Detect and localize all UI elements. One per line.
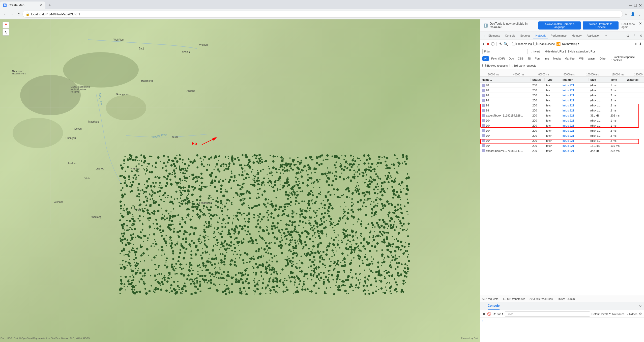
filter-ws-button[interactable]: WS <box>577 56 586 61</box>
third-party-label[interactable]: 3rd-party requests <box>510 64 536 67</box>
console-menu-icon[interactable]: ⋮ <box>482 304 486 308</box>
td-initiator[interactable]: init.js:221 <box>561 114 589 117</box>
table-row[interactable]: 104200fetchinit.js:221(disk c...2 ms <box>480 128 644 133</box>
td-initiator[interactable]: init.js:221 <box>561 99 589 102</box>
network-table[interactable]: Name▲ Status Type Initiator Size Time Wa… <box>480 77 644 296</box>
td-initiator[interactable]: init.js:221 <box>561 149 589 152</box>
th-status[interactable]: Status <box>531 78 545 81</box>
filter-input[interactable] <box>482 49 528 54</box>
map-tool-cursor[interactable]: ↖ <box>3 29 9 36</box>
filter-doc-button[interactable]: Doc <box>507 56 516 61</box>
tab-network[interactable]: Network <box>533 33 548 39</box>
console-close-button[interactable]: ✕ <box>639 304 642 308</box>
td-initiator[interactable]: init.js:221 <box>561 109 589 112</box>
console-prompt-icon[interactable]: › <box>482 319 484 323</box>
tab-close-button[interactable]: ✕ <box>39 3 42 7</box>
td-initiator[interactable]: init.js:221 <box>561 119 589 122</box>
filter-icon[interactable]: ⚗ <box>499 42 502 46</box>
map-tool-pin[interactable]: 📍 <box>3 22 9 28</box>
table-row[interactable]: 98200fetchinit.js:221(disk c...2 ms <box>480 108 644 113</box>
forward-button[interactable]: → <box>9 11 15 17</box>
devtools-close-button[interactable]: ✕ <box>638 32 644 39</box>
filter-all-button[interactable]: All <box>482 56 489 61</box>
devtools-settings-button[interactable]: ⚙ <box>625 33 631 39</box>
download-icon[interactable]: ⬇ <box>639 42 642 46</box>
console-tab-title[interactable]: Console <box>488 302 500 310</box>
table-row[interactable]: export?bbox=11076582.141...200fetchinit.… <box>480 148 644 153</box>
preserve-log-label[interactable]: Preserve log <box>512 42 532 45</box>
td-initiator[interactable]: init.js:221 <box>561 84 589 87</box>
preserve-log-checkbox[interactable] <box>512 42 515 45</box>
console-clear-icon[interactable]: 🚫 <box>487 312 491 316</box>
console-filter-input[interactable] <box>505 311 590 317</box>
invert-checkbox[interactable] <box>529 50 532 53</box>
table-row[interactable]: 98200fetchinit.js:221(disk c...2 ms <box>480 98 644 103</box>
blocked-requests-label[interactable]: Blocked requests <box>482 64 508 67</box>
table-row[interactable]: 98200fetchinit.js:221(disk c...2 ms <box>480 93 644 98</box>
blocked-requests-checkbox[interactable] <box>482 64 486 67</box>
url-box[interactable]: 🔒 localhost:44344/HtmlPage03.html <box>22 11 623 18</box>
tab-memory[interactable]: Memory <box>569 33 584 39</box>
filter-css-button[interactable]: CSS <box>516 56 525 61</box>
hide-data-urls-label[interactable]: Hide data URLs <box>541 50 565 53</box>
notification-close-button[interactable]: ✕ <box>639 21 642 25</box>
tab-application[interactable]: Application <box>584 33 603 39</box>
stop-record-icon[interactable]: ⏺ <box>486 42 489 46</box>
th-name[interactable]: Name▲ <box>480 78 531 81</box>
map-area[interactable]: 📍 ↖ Wei River Baoji Weinan Xi'an ● Hanzh… <box>0 19 480 342</box>
th-time[interactable]: Time <box>609 78 625 81</box>
blocked-response-cookies-label[interactable]: Blocked response cookies <box>609 55 642 62</box>
table-row[interactable]: 104200fetchinit.js:22113.1 kB139 ms <box>480 143 644 148</box>
profile-icon[interactable]: 👤 <box>630 12 635 17</box>
devtools-more-button[interactable]: ⋮ <box>631 33 638 39</box>
console-eye-icon[interactable]: 👁 <box>493 312 496 316</box>
throttle-selector[interactable]: No throttling ▾ <box>562 42 579 45</box>
td-initiator[interactable]: init.js:221 <box>561 139 589 142</box>
browser-tab-active[interactable]: Create Map ✕ <box>0 2 45 9</box>
td-initiator[interactable]: init.js:221 <box>561 94 589 97</box>
third-party-checkbox[interactable] <box>510 64 513 67</box>
table-row[interactable]: 98200fetchinit.js:221(disk c...1 ms <box>480 83 644 88</box>
console-settings-icon[interactable]: ⚙ <box>639 312 642 316</box>
console-record-icon[interactable]: ⏺ <box>482 312 486 316</box>
td-initiator[interactable]: init.js:221 <box>561 124 589 127</box>
search-icon[interactable]: 🔍 <box>504 42 508 46</box>
filter-media-button[interactable]: Media <box>551 56 562 61</box>
dont-show-again-button[interactable]: Don't show again <box>622 22 641 28</box>
clear-icon[interactable] <box>491 42 494 46</box>
tab-elements[interactable]: Elements <box>486 33 503 39</box>
filter-manifest-button[interactable]: Manifest <box>563 56 577 61</box>
td-initiator[interactable]: init.js:221 <box>561 89 589 92</box>
menu-icon[interactable]: ⋮ <box>637 12 642 17</box>
reload-button[interactable]: ↻ <box>16 11 21 18</box>
filter-other-button[interactable]: Other <box>598 56 608 61</box>
th-type[interactable]: Type <box>545 78 561 81</box>
tab-sources[interactable]: Sources <box>518 33 533 39</box>
table-row[interactable]: 104200fetchinit.js:221(disk c...1 ms <box>480 118 644 123</box>
filter-wasm-button[interactable]: Wasm <box>586 56 597 61</box>
hide-data-urls-checkbox[interactable] <box>541 50 544 53</box>
console-levels-selector[interactable]: Default levels ▾ <box>592 312 611 316</box>
filter-img-button[interactable]: Img <box>543 56 551 61</box>
devtools-dock-icon[interactable]: ⊟ <box>480 33 486 39</box>
tab-more[interactable]: » <box>603 33 609 39</box>
bookmark-icon[interactable]: ☆ <box>624 12 628 17</box>
table-row[interactable]: 98200fetchinit.js:221(disk c...2 ms <box>480 103 644 108</box>
close-icon[interactable]: ✕ <box>639 3 642 8</box>
table-row[interactable]: 98200fetchinit.js:221(disk c...2 ms <box>480 88 644 93</box>
table-row[interactable]: 104200fetchinit.js:221(disk c...1 ms <box>480 123 644 128</box>
th-size[interactable]: Size <box>589 78 609 81</box>
tab-console[interactable]: Console <box>503 33 518 39</box>
invert-filter-label[interactable]: Invert <box>529 50 540 53</box>
match-language-button[interactable]: Always match Chrome's language <box>538 21 581 30</box>
back-button[interactable]: ← <box>2 11 8 17</box>
td-initiator[interactable]: init.js:221 <box>561 134 589 137</box>
th-waterfall[interactable]: Waterfall <box>625 78 644 81</box>
filter-js-button[interactable]: JS <box>526 56 533 61</box>
console-context-selector[interactable]: top ▾ <box>497 312 503 316</box>
hide-ext-urls-label[interactable]: Hide extension URLs <box>565 50 595 53</box>
upload-icon[interactable]: ⬆ <box>634 42 637 46</box>
td-initiator[interactable]: init.js:221 <box>561 104 589 107</box>
disable-cache-checkbox[interactable] <box>533 42 537 45</box>
filter-fetch-xhr-button[interactable]: Fetch/XHR <box>489 56 507 61</box>
